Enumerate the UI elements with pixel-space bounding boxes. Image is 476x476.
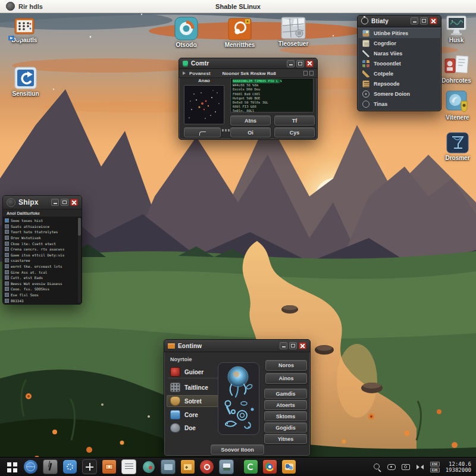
menu-item[interactable]: Toooontlet [358, 58, 441, 68]
sidebar-item-doe[interactable]: Doe [167, 422, 224, 434]
desktop-icon-tleosetuer[interactable]: Tleosetuer [275, 17, 312, 47]
menu-item[interactable]: Somere Doion [358, 89, 441, 99]
run-icon[interactable] [183, 71, 186, 75]
list-item[interactable]: Sooo toses hist [5, 218, 82, 224]
layout-badge[interactable]: ESE [430, 462, 440, 466]
calendar-icon[interactable] [121, 459, 136, 474]
maximize-button[interactable] [289, 342, 297, 349]
minimize-button[interactable] [411, 17, 418, 24]
atns-button[interactable]: Atns [230, 115, 271, 126]
menu-item[interactable]: Utinbe Pitires [358, 28, 441, 38]
gogidis-button[interactable]: Gogidis [264, 422, 307, 433]
list-item[interactable]: Suats attsaiceisce [5, 224, 82, 230]
close-button[interactable] [430, 17, 437, 24]
taskbar-clock[interactable]: 12:40.6 19382000 [446, 461, 471, 473]
close-button[interactable] [299, 342, 306, 349]
menu-item[interactable]: Repsoode [358, 79, 441, 89]
list-item[interactable]: Ese flsl Soos [5, 292, 82, 298]
list-item[interactable]: 803343 [5, 298, 82, 303]
close-button[interactable] [70, 199, 78, 206]
preview-icon[interactable] [387, 463, 396, 471]
maximize-button[interactable] [296, 60, 304, 67]
list-item[interactable]: Orov Wstotisok [5, 235, 82, 241]
sphere-icon[interactable] [142, 460, 155, 474]
cys-button[interactable]: Cys [274, 127, 315, 137]
desktop-icon-sensitiun[interactable]: Sensitiun [7, 67, 44, 97]
list-item[interactable]: Gaee itso ettcil Dety:vis [5, 252, 82, 258]
run-label[interactable]: Povanest [189, 71, 211, 76]
minimize-button[interactable] [51, 199, 59, 206]
search-icon[interactable] [373, 463, 381, 471]
list-item[interactable]: Cutt. etst Eads [5, 275, 82, 281]
desktop-icon-menritthes[interactable]: Menritthes [221, 18, 258, 48]
sktoms-button[interactable]: Sktoms [264, 411, 307, 421]
desktop-icon-dohrcotes[interactable]: Dohrcotes [438, 55, 475, 84]
monitor-icon[interactable] [161, 459, 176, 474]
close-button[interactable] [306, 60, 314, 67]
menu-item[interactable]: Tinas [358, 99, 441, 109]
btiaty-titlebar[interactable]: Btiaty [358, 15, 441, 27]
window-btiaty: Btiaty Utinbe Pitires Cogrdior Naras Vii… [357, 15, 441, 111]
menu-item[interactable]: Naras Viies [358, 48, 441, 58]
list-item[interactable]: Gine Ass at. tcal [5, 269, 82, 275]
terminal-output[interactable]: NANASNBLIM TIMBOS PIU L S W44c68 58 %8m … [230, 78, 314, 112]
yitnes-button[interactable]: Yitnes [264, 434, 307, 444]
desktop-icon-drosmer[interactable]: Drosmer [440, 132, 475, 161]
list-item[interactable]: Cooo. fss. SOOSkss [5, 286, 82, 292]
globe-icon[interactable] [24, 460, 37, 474]
back-button[interactable] [184, 127, 221, 137]
gear-icon[interactable] [63, 460, 77, 474]
creature-preview-panel[interactable] [218, 362, 259, 435]
tf-button[interactable]: Tf [274, 115, 315, 126]
maximize-button[interactable] [420, 17, 428, 24]
minimize-button[interactable] [280, 342, 287, 349]
shipx-file-list[interactable]: Sooo toses hist Suats attsaiceisce Toort… [3, 217, 82, 304]
desktop-icon-vitenere[interactable]: Vitenere [440, 90, 475, 121]
sidebar-item-guioer[interactable]: Guioer [167, 366, 224, 378]
photos-icon[interactable] [181, 460, 195, 474]
scrollbar-thumb[interactable] [78, 218, 81, 236]
pouch-icon [170, 396, 180, 406]
desktop-icon-husk[interactable]: Husk [439, 15, 474, 43]
noros-button[interactable]: Noros [265, 360, 307, 371]
list-item[interactable]: Toort hato ttatrolytes [5, 229, 82, 235]
taskbar: ESE E2B 12:40.6 19382000 [0, 457, 476, 476]
maximize-button[interactable] [61, 199, 68, 206]
menu-item[interactable]: Cotpele [358, 68, 441, 79]
recycle-icon[interactable] [244, 460, 258, 474]
scan-view[interactable] [184, 85, 224, 124]
sidebar-item-taitlince[interactable]: Taitlince [167, 381, 224, 393]
list-item[interactable]: csastaree [5, 258, 82, 264]
cast-icon[interactable] [416, 463, 424, 471]
target-icon[interactable] [200, 460, 214, 474]
gamdis-button[interactable]: Gamdis [264, 389, 307, 399]
eontinw-titlebar[interactable]: Eontinw [164, 340, 310, 352]
menu-item[interactable]: Cogrdior [358, 38, 441, 48]
files-icon[interactable] [219, 459, 234, 474]
sidebar-item-sotret[interactable]: Sotret [167, 395, 224, 407]
soovor-itoon-button[interactable]: Soovor Itoon [211, 444, 264, 455]
atoerts-button[interactable]: Atoerts [264, 400, 307, 410]
start-grid-icon[interactable] [5, 460, 18, 474]
oi-button[interactable]: Oi [230, 127, 271, 137]
layout-badge[interactable]: E2B [430, 468, 440, 472]
list-item[interactable]: Crena cencrs. rts asacwss [5, 246, 82, 252]
f-logo-icon[interactable] [43, 459, 58, 474]
browser-icon[interactable] [263, 460, 277, 474]
move-arrows-icon[interactable] [82, 459, 97, 474]
minimize-button[interactable] [287, 60, 295, 67]
ainos-button[interactable]: Ainos [265, 373, 307, 384]
desktop-icon-otsodo[interactable]: Otsodo [168, 17, 205, 48]
list-item[interactable]: Beess Wat evosiw Diasess [5, 281, 82, 287]
sidebar-item-core[interactable]: Core [167, 409, 224, 421]
rocket-folder-icon[interactable] [102, 460, 116, 474]
list-item[interactable]: eornt tke. orcveast lvts [5, 264, 82, 270]
scrollbar[interactable] [78, 218, 81, 303]
screenshot-icon[interactable] [402, 463, 410, 471]
toolbar-tools-icon[interactable] [303, 71, 314, 76]
comtr-titlebar[interactable]: Comtr [179, 58, 317, 69]
desktop-icon-dopautls[interactable]: Dopautls [6, 18, 43, 43]
shipx-titlebar[interactable]: Shipx [3, 196, 82, 209]
media-icon[interactable] [282, 460, 296, 474]
list-item[interactable]: Ckoo lte: Csett etect [5, 240, 82, 246]
